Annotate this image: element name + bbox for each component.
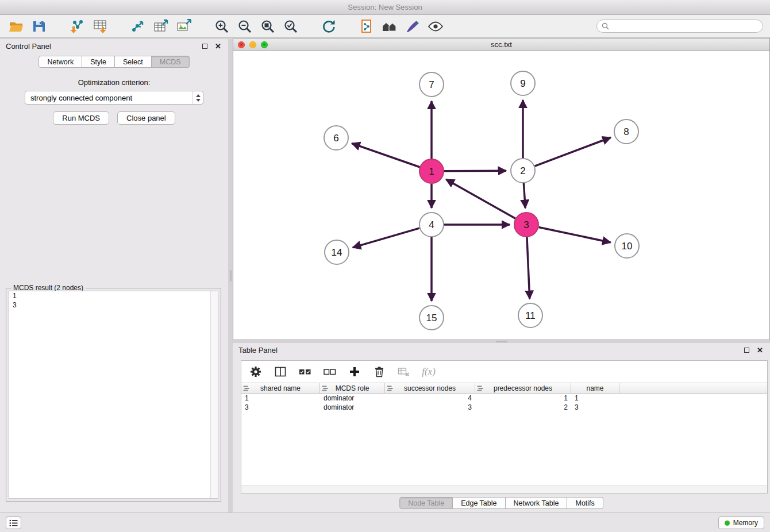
close-panel-button[interactable]: ✕ — [214, 42, 222, 51]
close-table-panel-button[interactable]: ✕ — [756, 346, 764, 354]
export-network-icon — [130, 19, 145, 34]
save-session-button[interactable] — [31, 18, 47, 34]
deselect-all-button[interactable] — [324, 365, 336, 378]
dropdown-selected-value: strongly connected component — [30, 94, 132, 102]
delete-column-button[interactable] — [373, 365, 386, 378]
export-network-button[interactable] — [130, 18, 146, 34]
run-mcds-button[interactable]: Run MCDS — [53, 111, 109, 125]
optimization-criterion-select[interactable]: strongly connected component — [25, 91, 203, 105]
export-table-icon — [153, 19, 168, 34]
tab-node-table[interactable]: Node Table — [399, 497, 453, 509]
cell-shared-name[interactable]: 1 — [241, 394, 320, 403]
zoom-in-button[interactable] — [214, 18, 230, 34]
close-window-button[interactable]: ✕ — [238, 41, 245, 48]
mcds-result-list[interactable]: 1 3 — [9, 291, 218, 499]
window-controls: ✕ − + — [238, 41, 268, 48]
graph-edge-3-1[interactable] — [446, 179, 515, 218]
tab-select[interactable]: Select — [115, 56, 152, 68]
export-image-button[interactable] — [176, 18, 192, 34]
mcds-buttons-row: Run MCDS Close panel — [0, 111, 228, 125]
status-bar: Memory — [0, 512, 770, 532]
first-neighbors-button[interactable] — [382, 18, 398, 34]
maximize-window-button[interactable]: + — [261, 41, 268, 48]
result-item[interactable]: 3 — [9, 300, 218, 310]
first-neighbors-icon — [382, 19, 398, 34]
tab-style[interactable]: Style — [82, 56, 115, 68]
column-header-successor-nodes[interactable]: successor nodes — [385, 383, 475, 393]
cell-name[interactable]: 1 — [571, 394, 619, 403]
memory-button[interactable]: Memory — [718, 516, 764, 529]
zoom-fit-button[interactable] — [260, 18, 276, 34]
result-scrollbar[interactable] — [210, 291, 218, 498]
graph-edge-4-14[interactable] — [353, 228, 419, 248]
table-row[interactable]: 3 dominator 3 2 3 — [241, 403, 767, 412]
tab-mcds[interactable]: MCDS — [152, 56, 190, 68]
network-graph[interactable]: 7968124314101511 — [233, 51, 769, 340]
tab-network-table[interactable]: Network Table — [506, 497, 568, 509]
table-row[interactable]: 1 dominator 4 1 1 — [241, 394, 767, 403]
open-session-button[interactable] — [8, 18, 24, 34]
zoom-selected-button[interactable] — [283, 18, 299, 34]
tab-label: Select — [123, 58, 143, 66]
export-image-icon — [176, 19, 191, 34]
zoom-fit-icon — [260, 19, 275, 34]
tab-motifs[interactable]: Motifs — [567, 497, 603, 509]
close-icon: ✕ — [757, 346, 763, 354]
cell-successor-nodes[interactable]: 4 — [385, 394, 475, 403]
horizontal-scrollbar[interactable] — [241, 485, 767, 493]
cell-predecessor-nodes[interactable]: 1 — [475, 394, 571, 403]
column-header-mcds-role[interactable]: MCDS role — [320, 383, 385, 393]
delete-table-button[interactable] — [398, 365, 410, 378]
add-column-button[interactable] — [348, 365, 361, 378]
refresh-button[interactable] — [321, 18, 337, 34]
graph-edge-3-10[interactable] — [539, 228, 611, 242]
task-history-button[interactable] — [6, 516, 21, 529]
table-panel-title: Table Panel — [238, 346, 278, 354]
network-overview-button[interactable] — [359, 18, 375, 34]
tab-edge-table[interactable]: Edge Table — [453, 497, 505, 509]
show-hide-panel-button[interactable] — [428, 18, 444, 34]
minimize-window-button[interactable]: − — [249, 41, 256, 48]
column-header-shared-name[interactable]: shared name — [241, 383, 320, 393]
eye-icon — [428, 19, 444, 34]
float-window-icon — [744, 348, 749, 353]
cell-shared-name[interactable]: 3 — [241, 403, 320, 412]
vertical-splitter[interactable] — [228, 39, 233, 512]
zoom-out-button[interactable] — [237, 18, 253, 34]
close-panel-button-mcds[interactable]: Close panel — [117, 111, 175, 125]
graph-edge-1-6[interactable] — [352, 144, 419, 167]
import-table-button[interactable] — [92, 18, 108, 34]
graph-edge-2-8[interactable] — [535, 137, 611, 166]
function-builder-button[interactable]: f(x) — [422, 365, 435, 378]
cell-mcds-role[interactable]: dominator — [320, 394, 385, 403]
cell-mcds-role[interactable]: dominator — [320, 403, 385, 412]
float-panel-button[interactable] — [201, 42, 209, 51]
table-settings-button[interactable] — [249, 365, 262, 378]
search-input[interactable] — [612, 22, 758, 30]
graph-edge-3-11[interactable] — [527, 237, 530, 299]
window-titlebar: Session: New Session — [0, 0, 770, 15]
export-table-button[interactable] — [153, 18, 169, 34]
tab-network[interactable]: Network — [38, 56, 82, 68]
apply-style-button[interactable] — [405, 18, 421, 34]
node-table-container: f(x) shared name MCDS role successor nod… — [241, 360, 768, 494]
cell-name[interactable]: 3 — [571, 403, 619, 412]
import-table-icon — [93, 19, 107, 34]
column-label: MCDS role — [336, 384, 369, 392]
dropdown-arrows-icon — [192, 91, 203, 104]
graph-edge-2-3[interactable] — [523, 183, 525, 208]
select-all-button[interactable] — [299, 365, 311, 378]
result-item[interactable]: 1 — [9, 291, 218, 300]
import-network-button[interactable] — [69, 18, 85, 34]
task-list-icon — [9, 519, 18, 527]
cell-successor-nodes[interactable]: 3 — [385, 403, 475, 412]
float-table-panel-button[interactable] — [742, 346, 751, 354]
column-header-predecessor-nodes[interactable]: predecessor nodes — [475, 383, 571, 393]
control-panel-header: Control Panel ✕ — [0, 39, 228, 53]
column-header-name[interactable]: name — [571, 383, 619, 393]
table-panel: Table Panel ✕ — [233, 343, 770, 512]
show-column-button[interactable] — [274, 365, 287, 378]
refresh-icon — [321, 19, 336, 34]
cell-predecessor-nodes[interactable]: 2 — [475, 403, 571, 412]
graph-edge-1-2[interactable] — [444, 171, 506, 171]
